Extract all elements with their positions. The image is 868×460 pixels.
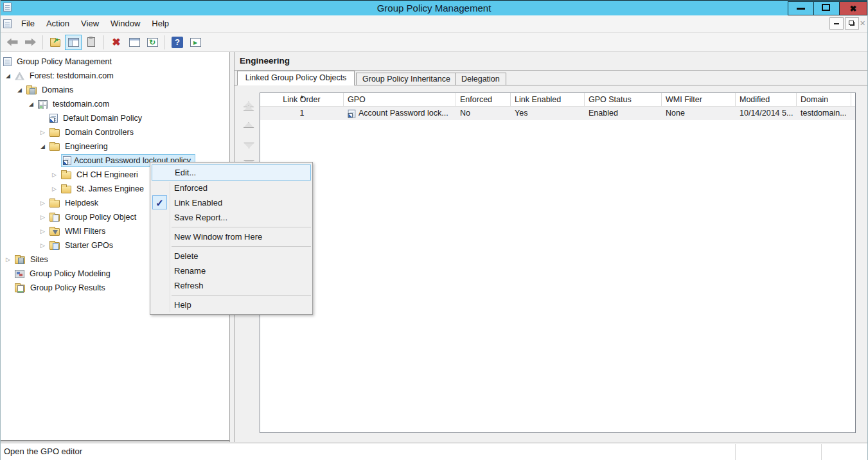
tab-delegation[interactable]: Delegation xyxy=(455,73,506,85)
context-menu-item-delete[interactable]: Delete xyxy=(150,249,312,263)
up-one-level-icon[interactable] xyxy=(47,35,64,50)
forward-icon[interactable] xyxy=(22,35,39,50)
tree-item-forest-testdomain-com[interactable]: ◢Forest: testdomain.com xyxy=(1,69,229,83)
tab-linked-group-policy-objects[interactable]: Linked Group Policy Objects xyxy=(237,71,355,85)
cell-enforced: No xyxy=(456,107,511,120)
gpo-link-icon xyxy=(348,109,356,118)
tree-item-domain-controllers[interactable]: ▷Domain Controllers xyxy=(1,125,229,139)
sites-folder-icon xyxy=(15,256,25,264)
restore-button[interactable] xyxy=(813,1,840,15)
back-icon[interactable] xyxy=(4,35,21,50)
minimize-button[interactable] xyxy=(788,1,814,15)
cell-text: Account Password lock... xyxy=(359,107,448,120)
paste-icon[interactable] xyxy=(83,35,100,50)
context-menu-item-label: Edit... xyxy=(175,168,196,177)
ou-folder-icon xyxy=(49,129,60,137)
tree-item-label: Starter GPOs xyxy=(62,240,116,251)
move-up-button[interactable] xyxy=(242,122,255,139)
tree-item-group-policy-management[interactable]: Group Policy Management xyxy=(1,55,229,69)
tree-item-testdomain-com[interactable]: ◢testdomain.com xyxy=(1,97,229,111)
toolbar-separator xyxy=(42,35,43,49)
expander-collapsed-icon[interactable]: ▷ xyxy=(40,125,49,139)
expander-expanded-icon[interactable]: ◢ xyxy=(40,139,49,154)
delete-icon[interactable]: ✖ xyxy=(108,35,125,50)
tree-item-default-domain-policy[interactable]: Default Domain Policy xyxy=(1,111,229,125)
cell-wmi-filter: None xyxy=(662,107,736,120)
ou-folder-icon xyxy=(61,172,71,179)
cell-text: testdomain... xyxy=(801,107,847,120)
export-list-icon[interactable]: ▶ xyxy=(187,35,204,50)
context-menu-separator xyxy=(150,225,312,229)
tree-item-domains[interactable]: ◢Domains xyxy=(1,83,229,97)
column-header-gpo[interactable]: GPO xyxy=(344,93,456,106)
menu-action[interactable]: Action xyxy=(40,15,75,32)
cell-text: 1 xyxy=(300,107,305,120)
column-header-link-enabled[interactable]: Link Enabled xyxy=(511,93,585,106)
menu-window[interactable]: Window xyxy=(105,15,146,32)
context-menu-item-enforced[interactable]: Enforced xyxy=(150,181,312,195)
tab-strip: Linked Group Policy ObjectsGroup Policy … xyxy=(235,71,868,85)
move-down-button[interactable] xyxy=(242,143,255,159)
tree-item-engineering[interactable]: ◢Engineering xyxy=(1,139,229,154)
context-menu-item-help[interactable]: Help xyxy=(150,297,312,312)
expander-collapsed-icon[interactable]: ▷ xyxy=(40,210,49,224)
context-menu-item-edit[interactable]: Edit... xyxy=(152,164,311,181)
help-icon[interactable]: ? xyxy=(169,35,186,50)
expander-collapsed-icon[interactable]: ▷ xyxy=(6,252,15,267)
context-menu-item-refresh[interactable]: Refresh xyxy=(150,278,312,293)
context-menu-item-new-window-from-here[interactable]: New Window from Here xyxy=(150,229,312,244)
checked-icon: ✓ xyxy=(152,195,167,209)
column-label: Enforced xyxy=(460,95,492,104)
expander-expanded-icon[interactable]: ◢ xyxy=(29,97,38,111)
context-menu-item-rename[interactable]: Rename xyxy=(150,263,312,278)
cell-gpo-status: Enabled xyxy=(585,107,662,120)
gpo-link-icon xyxy=(49,114,58,123)
context-menu-item-save-report[interactable]: Save Report... xyxy=(150,210,312,225)
column-label: GPO xyxy=(348,95,366,104)
menu-help[interactable]: Help xyxy=(146,15,175,32)
expander-collapsed-icon[interactable]: ▷ xyxy=(52,168,61,182)
restore-icon xyxy=(824,6,830,11)
expander-expanded-icon[interactable]: ◢ xyxy=(17,83,26,97)
child-restore-button[interactable] xyxy=(845,17,859,30)
context-menu-item-label: New Window from Here xyxy=(174,232,262,242)
column-header-domain[interactable]: Domain xyxy=(797,93,851,106)
child-minimize-button[interactable] xyxy=(829,17,844,30)
column-label: GPO Status xyxy=(589,95,632,104)
column-header-enforced[interactable]: Enforced xyxy=(456,93,511,106)
minimize-icon xyxy=(797,8,805,10)
child-close-button[interactable]: ✕ xyxy=(860,17,865,30)
main-area: Group Policy Management◢Forest: testdoma… xyxy=(1,52,867,443)
toolbar-separator xyxy=(103,35,104,49)
show-console-tree-icon[interactable] xyxy=(65,35,82,50)
close-button[interactable]: ✖ xyxy=(839,1,867,15)
column-header-link-order[interactable]: Link Order▲ xyxy=(260,93,344,106)
refresh-icon[interactable]: ↻ xyxy=(144,35,161,50)
restore-icon xyxy=(850,22,855,26)
properties-icon[interactable] xyxy=(126,35,143,50)
expander-collapsed-icon[interactable]: ▷ xyxy=(52,182,61,196)
cell-text: Enabled xyxy=(589,107,618,120)
gpo-link-icon xyxy=(63,156,71,165)
context-menu-item-link-enabled[interactable]: ✓Link Enabled xyxy=(150,195,312,210)
column-header-gpo-status[interactable]: GPO Status xyxy=(585,93,662,106)
cell-link-order: 1 xyxy=(260,107,344,120)
window-title: Group Policy Management xyxy=(1,1,867,16)
expander-expanded-icon[interactable]: ◢ xyxy=(6,69,15,83)
menu-view[interactable]: View xyxy=(75,15,105,32)
tree-item-label: Group Policy Management xyxy=(14,57,114,67)
expander-collapsed-icon[interactable]: ▷ xyxy=(40,196,49,210)
expander-collapsed-icon[interactable]: ▷ xyxy=(40,238,49,252)
results-pane: Engineering Linked Group Policy ObjectsG… xyxy=(235,52,868,439)
expander-collapsed-icon[interactable]: ▷ xyxy=(40,224,49,238)
column-header-modified[interactable]: Modified xyxy=(736,93,797,106)
tab-group-policy-inheritance[interactable]: Group Policy Inheritance xyxy=(356,73,457,85)
context-menu: Edit...Enforced✓Link EnabledSave Report.… xyxy=(150,162,313,315)
tree-item-label: Domain Controllers xyxy=(62,127,136,138)
move-to-top-button[interactable] xyxy=(242,102,255,118)
table-row[interactable]: 1Account Password lock...NoYesEnabledNon… xyxy=(260,107,855,120)
wmi-folder-icon xyxy=(49,228,60,236)
column-header-wmi-filter[interactable]: WMI Filter xyxy=(662,93,736,106)
menu-file[interactable]: File xyxy=(15,15,40,32)
table-body: 1Account Password lock...NoYesEnabledNon… xyxy=(260,107,855,120)
